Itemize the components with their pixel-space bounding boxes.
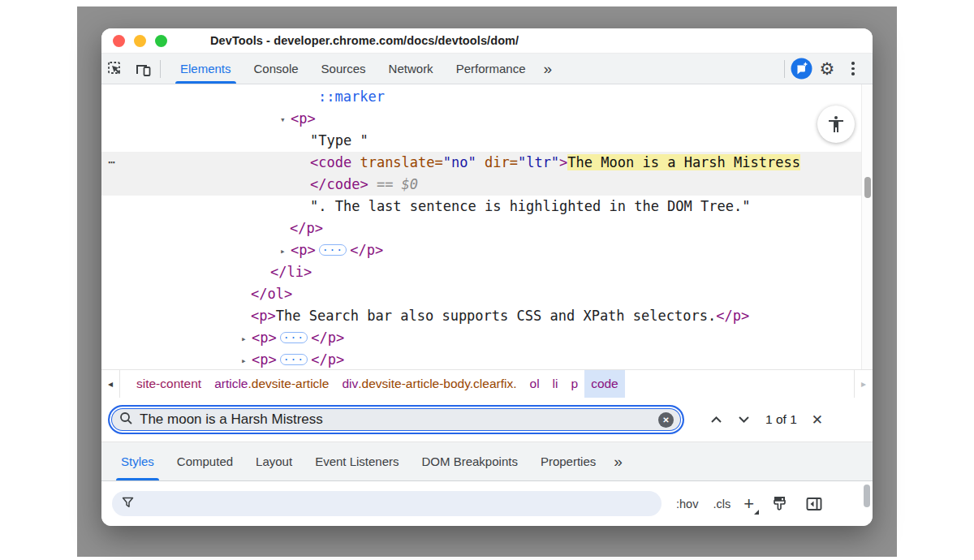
expander-arrow-icon[interactable]: ▾	[280, 109, 291, 131]
tab-layout[interactable]: Layout	[244, 442, 304, 480]
search-field[interactable]: ✕	[108, 405, 684, 434]
tab-sources[interactable]: Sources	[310, 54, 377, 84]
styles-filter-bar: :hov .cls +	[101, 481, 873, 526]
dom-tree-row[interactable]: ⋯<code translate="no" dir="ltr">The Moon…	[101, 152, 861, 174]
breadcrumb-item[interactable]: p	[565, 370, 585, 398]
dom-token: >	[559, 154, 567, 170]
traffic-lights	[113, 35, 167, 47]
dom-tree-row[interactable]: ▸<p>···</p>	[101, 349, 861, 369]
tab-computed[interactable]: Computed	[166, 442, 244, 480]
more-tabs-icon[interactable]: »	[537, 54, 559, 84]
breadcrumb-part: article	[214, 377, 248, 391]
ai-assistance-icon[interactable]	[788, 56, 814, 82]
search-controls: 1 of 1 ✕	[702, 407, 834, 432]
element-classes-button[interactable]: .cls	[713, 498, 730, 510]
search-input[interactable]	[140, 411, 658, 428]
dom-tree-row[interactable]: </li>	[101, 261, 861, 283]
collapsed-content-icon[interactable]: ···	[319, 244, 347, 256]
tab-event-listeners[interactable]: Event Listeners	[304, 442, 410, 480]
dom-token: </li>	[270, 264, 312, 280]
kebab-menu-icon[interactable]	[840, 56, 866, 82]
breadcrumb-part: .devsite-article-body.clearfix.	[358, 377, 516, 391]
dom-tree-row[interactable]: ▸<p>···</p>	[101, 327, 861, 349]
dom-tree-panel: ::marker▾<p>"Type "⋯<code translate="no"…	[101, 84, 861, 369]
dom-token: "no"	[443, 154, 476, 170]
clear-search-icon[interactable]: ✕	[658, 412, 674, 428]
breadcrumb-item[interactable]: li	[546, 370, 565, 398]
expander-arrow-icon[interactable]: ▸	[280, 240, 291, 262]
styles-filter-input[interactable]	[140, 497, 662, 510]
dom-token: <p>	[252, 330, 277, 346]
tab-network[interactable]: Network	[377, 54, 445, 84]
breadcrumb-part: li	[553, 377, 558, 391]
breadcrumb-item[interactable]: article.devsite-article	[208, 370, 335, 398]
dom-token: "Type "	[310, 132, 368, 149]
styles-sidebar-tabs: Styles Computed Layout Event Listeners D…	[101, 442, 873, 481]
tab-styles[interactable]: Styles	[110, 442, 166, 480]
expander-arrow-icon[interactable]: ▸	[241, 350, 252, 369]
breadcrumb: ◂ site-contentarticle.devsite-articlediv…	[101, 369, 873, 398]
new-style-rule-button[interactable]: +	[743, 495, 754, 513]
dom-tree-scrollbar[interactable]	[861, 84, 873, 369]
collapsed-content-icon[interactable]: ···	[280, 354, 308, 365]
dom-token: <p>	[251, 308, 276, 324]
dock-panel-icon[interactable]	[805, 496, 823, 512]
breadcrumb-item[interactable]: ol	[524, 370, 546, 398]
collapsed-content-icon[interactable]: ···	[280, 332, 308, 343]
toggle-element-state-button[interactable]: :hov	[676, 498, 698, 510]
breadcrumb-list: site-contentarticle.devsite-articlediv.d…	[120, 370, 625, 398]
expander-arrow-icon[interactable]: ▸	[241, 328, 252, 350]
close-window-button[interactable]	[113, 35, 125, 47]
dom-token: <p>	[291, 242, 316, 258]
breadcrumb-part: div	[342, 377, 358, 391]
previous-match-icon[interactable]	[702, 407, 730, 432]
dom-tree-scrollbar-thumb[interactable]	[864, 177, 871, 198]
device-toolbar-icon[interactable]	[129, 54, 157, 84]
breadcrumb-part: site-content	[136, 377, 201, 391]
dom-tree-row[interactable]: <p>The Search bar also supports CSS and …	[101, 305, 861, 327]
dom-tree-row[interactable]: ▸<p>···</p>	[101, 239, 861, 261]
styles-filter-field[interactable]	[112, 491, 662, 516]
breadcrumb-item[interactable]: div.devsite-article-body.clearfix.	[335, 370, 523, 398]
dom-token: <code	[310, 154, 351, 170]
styles-scrollbar-thumb[interactable]	[864, 485, 870, 507]
search-result-count: 1 of 1	[765, 412, 797, 427]
inspect-element-icon[interactable]	[101, 54, 129, 84]
tab-performance[interactable]: Performance	[445, 54, 537, 84]
dom-tree-row[interactable]: ▾<p>	[101, 108, 861, 130]
tab-console[interactable]: Console	[243, 54, 310, 84]
dom-token: == $0	[368, 176, 418, 192]
zoom-window-button[interactable]	[155, 35, 167, 47]
rendering-brush-icon[interactable]	[770, 494, 789, 513]
dom-token: </p>	[290, 220, 323, 236]
tab-dom-breakpoints[interactable]: DOM Breakpoints	[411, 442, 529, 480]
breadcrumb-right-arrow[interactable]: ▸	[854, 370, 873, 398]
tab-properties[interactable]: Properties	[529, 442, 607, 480]
breadcrumb-part: ol	[530, 377, 540, 391]
dom-tree-row[interactable]: </code> == $0	[101, 174, 861, 196]
dom-search-bar: ✕ 1 of 1 ✕	[101, 398, 873, 442]
dom-token: ::marker	[318, 88, 385, 105]
dom-tree-row[interactable]: </p>	[101, 218, 861, 239]
row-options-dots-icon[interactable]: ⋯	[108, 152, 116, 174]
next-match-icon[interactable]	[730, 407, 757, 432]
dom-token: dir=	[476, 154, 518, 170]
dom-token: </p>	[311, 351, 344, 368]
settings-gear-icon[interactable]: ⚙	[814, 56, 840, 82]
breadcrumb-left-arrow[interactable]: ◂	[101, 370, 120, 398]
dom-token: translate=	[351, 154, 443, 170]
dom-tree-row[interactable]: "Type "	[101, 130, 861, 152]
dom-tree-row[interactable]: ::marker	[101, 86, 861, 108]
accessibility-icon[interactable]	[817, 106, 855, 143]
search-icon	[119, 411, 133, 429]
breadcrumb-part: p	[571, 377, 579, 391]
close-search-icon[interactable]: ✕	[812, 411, 823, 429]
breadcrumb-item[interactable]: site-content	[130, 370, 208, 398]
breadcrumb-item[interactable]: code	[584, 370, 625, 398]
tab-elements[interactable]: Elements	[169, 54, 243, 84]
more-subtabs-icon[interactable]: »	[607, 442, 629, 480]
title-bar: DevTools - developer.chrome.com/docs/dev…	[101, 28, 873, 54]
minimize-window-button[interactable]	[134, 35, 146, 47]
dom-tree-row[interactable]: </ol>	[101, 283, 861, 305]
dom-tree-row[interactable]: ". The last sentence is highlighted in t…	[101, 196, 861, 218]
